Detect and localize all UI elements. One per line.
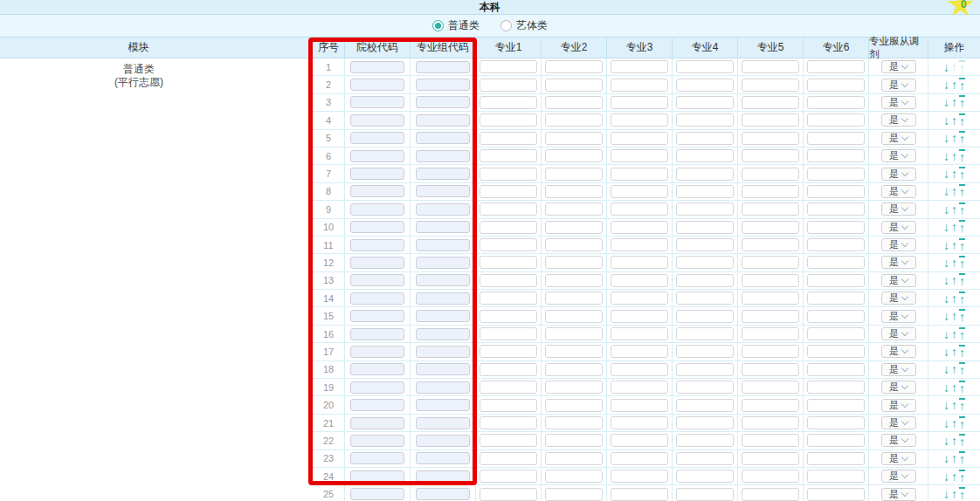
major-1-input[interactable] (480, 345, 537, 358)
school-code-input[interactable] (350, 239, 404, 251)
move-top-icon[interactable]: ↑ (959, 60, 965, 74)
move-top-icon[interactable]: ↑ (959, 292, 965, 305)
major-5-input[interactable] (742, 60, 799, 73)
major-group-code-input[interactable] (416, 363, 470, 375)
major-3-input[interactable] (611, 221, 668, 234)
major-2-input[interactable] (545, 113, 603, 127)
school-code-input[interactable] (350, 328, 404, 340)
major-4-input[interactable] (676, 168, 734, 181)
school-code-input[interactable] (350, 185, 404, 197)
school-code-input[interactable] (350, 310, 404, 322)
school-code-input[interactable] (350, 221, 404, 233)
major-6-input[interactable] (807, 113, 865, 127)
major-3-input[interactable] (611, 185, 668, 198)
move-top-icon[interactable]: ↑ (959, 362, 965, 376)
major-1-input[interactable] (480, 185, 537, 198)
major-3-input[interactable] (611, 381, 668, 394)
move-top-icon[interactable]: ↑ (959, 273, 965, 287)
major-6-input[interactable] (807, 132, 865, 145)
adjust-select[interactable]: 是 (881, 381, 916, 394)
move-up-icon[interactable]: ↑ (951, 132, 957, 144)
major-2-input[interactable] (545, 345, 603, 358)
major-1-input[interactable] (480, 132, 537, 145)
adjust-select[interactable]: 是 (881, 274, 916, 287)
move-up-icon[interactable]: ↑ (951, 417, 957, 429)
major-1-input[interactable] (480, 202, 537, 216)
move-down-icon[interactable]: ↓ (943, 150, 949, 162)
school-code-input[interactable] (350, 417, 404, 429)
major-5-input[interactable] (742, 238, 799, 251)
major-3-input[interactable] (611, 345, 668, 358)
school-code-input[interactable] (350, 435, 404, 447)
move-up-icon[interactable]: ↑ (951, 221, 957, 233)
major-3-input[interactable] (611, 149, 668, 162)
major-group-code-input[interactable] (416, 61, 470, 73)
major-5-input[interactable] (742, 79, 799, 92)
major-4-input[interactable] (676, 79, 734, 92)
major-6-input[interactable] (807, 345, 865, 358)
major-2-input[interactable] (545, 363, 603, 376)
school-code-input[interactable] (350, 203, 404, 216)
major-1-input[interactable] (480, 79, 537, 92)
major-4-input[interactable] (676, 132, 734, 145)
move-up-icon[interactable]: ↑ (951, 239, 957, 251)
major-3-input[interactable] (611, 363, 668, 376)
major-group-code-input[interactable] (416, 381, 470, 394)
move-top-icon[interactable]: ↑ (959, 238, 965, 252)
adjust-select[interactable]: 是 (881, 60, 916, 73)
move-down-icon[interactable]: ↓ (943, 274, 949, 286)
school-code-input[interactable] (350, 452, 404, 464)
move-down-icon[interactable]: ↓ (943, 435, 949, 447)
move-up-icon[interactable]: ↑ (951, 381, 957, 394)
school-code-input[interactable] (350, 470, 404, 483)
adjust-select[interactable]: 是 (881, 96, 916, 109)
move-top-icon[interactable]: ↑ (959, 95, 965, 109)
move-down-icon[interactable]: ↓ (943, 346, 949, 358)
major-4-input[interactable] (676, 60, 734, 73)
major-3-input[interactable] (611, 256, 668, 269)
major-5-input[interactable] (742, 470, 799, 483)
major-1-input[interactable] (480, 488, 537, 501)
major-3-input[interactable] (611, 60, 668, 73)
move-up-icon[interactable]: ↑ (951, 363, 957, 375)
move-top-icon[interactable]: ↑ (959, 256, 965, 270)
major-1-input[interactable] (480, 310, 537, 323)
major-group-code-input[interactable] (416, 470, 470, 483)
adjust-select[interactable]: 是 (881, 238, 916, 251)
major-group-code-input[interactable] (416, 79, 470, 91)
major-group-code-input[interactable] (416, 310, 470, 322)
adjust-select[interactable]: 是 (881, 149, 916, 162)
move-up-icon[interactable]: ↑ (951, 168, 957, 180)
major-1-input[interactable] (480, 363, 537, 376)
major-4-input[interactable] (676, 274, 734, 287)
school-code-input[interactable] (350, 399, 404, 411)
major-5-input[interactable] (742, 113, 799, 127)
major-1-input[interactable] (480, 470, 537, 483)
major-group-code-input[interactable] (416, 257, 470, 269)
major-4-input[interactable] (676, 149, 734, 162)
move-down-icon[interactable]: ↓ (943, 79, 949, 91)
major-5-input[interactable] (742, 96, 799, 109)
major-2-input[interactable] (545, 149, 603, 162)
move-top-icon[interactable]: ↑ (959, 149, 965, 163)
major-2-input[interactable] (545, 202, 603, 216)
major-group-code-input[interactable] (416, 168, 470, 180)
move-up-icon[interactable]: ↑ (951, 310, 957, 322)
major-4-input[interactable] (676, 488, 734, 501)
major-1-input[interactable] (480, 274, 537, 287)
major-5-input[interactable] (742, 452, 799, 465)
major-2-input[interactable] (545, 452, 603, 465)
move-down-icon[interactable]: ↓ (943, 203, 949, 216)
major-6-input[interactable] (807, 221, 865, 234)
major-2-input[interactable] (545, 221, 603, 234)
major-3-input[interactable] (611, 452, 668, 465)
major-6-input[interactable] (807, 149, 865, 162)
major-2-input[interactable] (545, 79, 603, 92)
radio-arts-category[interactable]: 艺体类 (500, 18, 548, 33)
school-code-input[interactable] (350, 114, 404, 127)
major-1-input[interactable] (480, 238, 537, 251)
move-top-icon[interactable]: ↑ (959, 113, 965, 127)
move-up-icon[interactable]: ↑ (951, 150, 957, 162)
major-2-input[interactable] (545, 274, 603, 287)
adjust-select[interactable]: 是 (881, 470, 916, 483)
